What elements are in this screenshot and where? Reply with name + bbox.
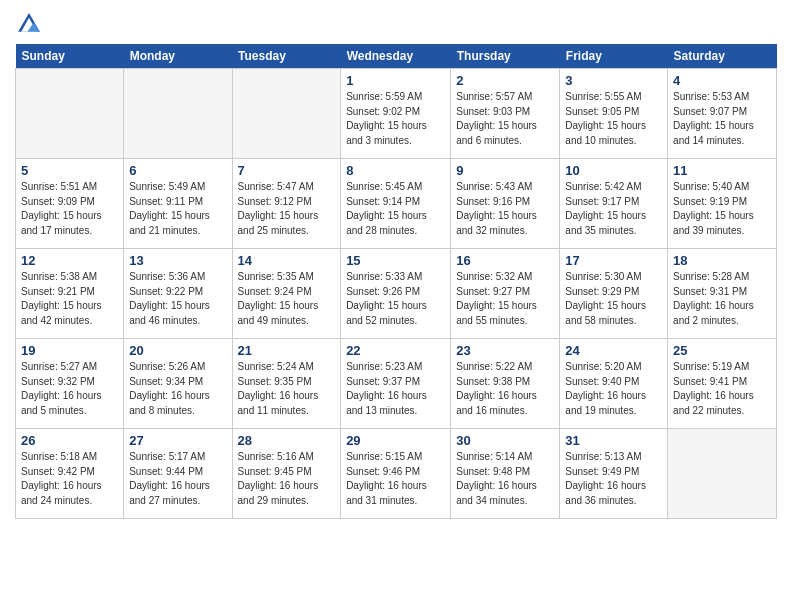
calendar-cell: 12Sunrise: 5:38 AM Sunset: 9:21 PM Dayli… xyxy=(16,249,124,339)
date-number: 20 xyxy=(129,343,226,358)
cell-info: Sunrise: 5:40 AM Sunset: 9:19 PM Dayligh… xyxy=(673,180,771,238)
weekday-header-row: SundayMondayTuesdayWednesdayThursdayFrid… xyxy=(16,44,777,69)
date-number: 23 xyxy=(456,343,554,358)
calendar-cell: 31Sunrise: 5:13 AM Sunset: 9:49 PM Dayli… xyxy=(560,429,668,519)
date-number: 19 xyxy=(21,343,118,358)
cell-info: Sunrise: 5:27 AM Sunset: 9:32 PM Dayligh… xyxy=(21,360,118,418)
date-number: 9 xyxy=(456,163,554,178)
calendar-week-3: 12Sunrise: 5:38 AM Sunset: 9:21 PM Dayli… xyxy=(16,249,777,339)
cell-info: Sunrise: 5:33 AM Sunset: 9:26 PM Dayligh… xyxy=(346,270,445,328)
date-number: 12 xyxy=(21,253,118,268)
logo-icon xyxy=(15,10,43,38)
date-number: 28 xyxy=(238,433,336,448)
calendar-cell: 22Sunrise: 5:23 AM Sunset: 9:37 PM Dayli… xyxy=(341,339,451,429)
cell-info: Sunrise: 5:15 AM Sunset: 9:46 PM Dayligh… xyxy=(346,450,445,508)
calendar-cell xyxy=(668,429,777,519)
calendar-week-2: 5Sunrise: 5:51 AM Sunset: 9:09 PM Daylig… xyxy=(16,159,777,249)
calendar-cell: 26Sunrise: 5:18 AM Sunset: 9:42 PM Dayli… xyxy=(16,429,124,519)
cell-info: Sunrise: 5:49 AM Sunset: 9:11 PM Dayligh… xyxy=(129,180,226,238)
calendar-cell: 14Sunrise: 5:35 AM Sunset: 9:24 PM Dayli… xyxy=(232,249,341,339)
date-number: 3 xyxy=(565,73,662,88)
date-number: 10 xyxy=(565,163,662,178)
calendar-cell: 24Sunrise: 5:20 AM Sunset: 9:40 PM Dayli… xyxy=(560,339,668,429)
date-number: 2 xyxy=(456,73,554,88)
cell-info: Sunrise: 5:59 AM Sunset: 9:02 PM Dayligh… xyxy=(346,90,445,148)
calendar-cell: 17Sunrise: 5:30 AM Sunset: 9:29 PM Dayli… xyxy=(560,249,668,339)
date-number: 1 xyxy=(346,73,445,88)
calendar-week-1: 1Sunrise: 5:59 AM Sunset: 9:02 PM Daylig… xyxy=(16,69,777,159)
weekday-header-tuesday: Tuesday xyxy=(232,44,341,69)
cell-info: Sunrise: 5:36 AM Sunset: 9:22 PM Dayligh… xyxy=(129,270,226,328)
date-number: 25 xyxy=(673,343,771,358)
calendar-cell: 10Sunrise: 5:42 AM Sunset: 9:17 PM Dayli… xyxy=(560,159,668,249)
calendar-cell xyxy=(124,69,232,159)
calendar-cell: 6Sunrise: 5:49 AM Sunset: 9:11 PM Daylig… xyxy=(124,159,232,249)
date-number: 7 xyxy=(238,163,336,178)
weekday-header-monday: Monday xyxy=(124,44,232,69)
cell-info: Sunrise: 5:24 AM Sunset: 9:35 PM Dayligh… xyxy=(238,360,336,418)
date-number: 27 xyxy=(129,433,226,448)
date-number: 30 xyxy=(456,433,554,448)
calendar-cell: 4Sunrise: 5:53 AM Sunset: 9:07 PM Daylig… xyxy=(668,69,777,159)
date-number: 15 xyxy=(346,253,445,268)
calendar-week-4: 19Sunrise: 5:27 AM Sunset: 9:32 PM Dayli… xyxy=(16,339,777,429)
cell-info: Sunrise: 5:55 AM Sunset: 9:05 PM Dayligh… xyxy=(565,90,662,148)
weekday-header-wednesday: Wednesday xyxy=(341,44,451,69)
date-number: 8 xyxy=(346,163,445,178)
date-number: 31 xyxy=(565,433,662,448)
cell-info: Sunrise: 5:16 AM Sunset: 9:45 PM Dayligh… xyxy=(238,450,336,508)
cell-info: Sunrise: 5:43 AM Sunset: 9:16 PM Dayligh… xyxy=(456,180,554,238)
calendar-cell: 16Sunrise: 5:32 AM Sunset: 9:27 PM Dayli… xyxy=(451,249,560,339)
cell-info: Sunrise: 5:23 AM Sunset: 9:37 PM Dayligh… xyxy=(346,360,445,418)
date-number: 26 xyxy=(21,433,118,448)
cell-info: Sunrise: 5:51 AM Sunset: 9:09 PM Dayligh… xyxy=(21,180,118,238)
calendar-cell: 2Sunrise: 5:57 AM Sunset: 9:03 PM Daylig… xyxy=(451,69,560,159)
date-number: 6 xyxy=(129,163,226,178)
calendar-cell: 23Sunrise: 5:22 AM Sunset: 9:38 PM Dayli… xyxy=(451,339,560,429)
calendar-cell: 13Sunrise: 5:36 AM Sunset: 9:22 PM Dayli… xyxy=(124,249,232,339)
cell-info: Sunrise: 5:42 AM Sunset: 9:17 PM Dayligh… xyxy=(565,180,662,238)
calendar-cell xyxy=(16,69,124,159)
calendar-cell: 25Sunrise: 5:19 AM Sunset: 9:41 PM Dayli… xyxy=(668,339,777,429)
date-number: 5 xyxy=(21,163,118,178)
calendar-cell: 29Sunrise: 5:15 AM Sunset: 9:46 PM Dayli… xyxy=(341,429,451,519)
page-header xyxy=(15,10,777,38)
cell-info: Sunrise: 5:32 AM Sunset: 9:27 PM Dayligh… xyxy=(456,270,554,328)
cell-info: Sunrise: 5:26 AM Sunset: 9:34 PM Dayligh… xyxy=(129,360,226,418)
date-number: 24 xyxy=(565,343,662,358)
date-number: 17 xyxy=(565,253,662,268)
calendar-cell: 28Sunrise: 5:16 AM Sunset: 9:45 PM Dayli… xyxy=(232,429,341,519)
date-number: 14 xyxy=(238,253,336,268)
cell-info: Sunrise: 5:14 AM Sunset: 9:48 PM Dayligh… xyxy=(456,450,554,508)
calendar-cell: 20Sunrise: 5:26 AM Sunset: 9:34 PM Dayli… xyxy=(124,339,232,429)
date-number: 18 xyxy=(673,253,771,268)
weekday-header-thursday: Thursday xyxy=(451,44,560,69)
calendar-cell: 19Sunrise: 5:27 AM Sunset: 9:32 PM Dayli… xyxy=(16,339,124,429)
calendar-cell: 1Sunrise: 5:59 AM Sunset: 9:02 PM Daylig… xyxy=(341,69,451,159)
calendar-cell: 30Sunrise: 5:14 AM Sunset: 9:48 PM Dayli… xyxy=(451,429,560,519)
calendar-cell: 15Sunrise: 5:33 AM Sunset: 9:26 PM Dayli… xyxy=(341,249,451,339)
weekday-header-friday: Friday xyxy=(560,44,668,69)
cell-info: Sunrise: 5:45 AM Sunset: 9:14 PM Dayligh… xyxy=(346,180,445,238)
cell-info: Sunrise: 5:13 AM Sunset: 9:49 PM Dayligh… xyxy=(565,450,662,508)
date-number: 29 xyxy=(346,433,445,448)
calendar-cell: 7Sunrise: 5:47 AM Sunset: 9:12 PM Daylig… xyxy=(232,159,341,249)
cell-info: Sunrise: 5:38 AM Sunset: 9:21 PM Dayligh… xyxy=(21,270,118,328)
cell-info: Sunrise: 5:47 AM Sunset: 9:12 PM Dayligh… xyxy=(238,180,336,238)
calendar-cell: 18Sunrise: 5:28 AM Sunset: 9:31 PM Dayli… xyxy=(668,249,777,339)
cell-info: Sunrise: 5:57 AM Sunset: 9:03 PM Dayligh… xyxy=(456,90,554,148)
date-number: 11 xyxy=(673,163,771,178)
date-number: 16 xyxy=(456,253,554,268)
calendar-cell: 8Sunrise: 5:45 AM Sunset: 9:14 PM Daylig… xyxy=(341,159,451,249)
weekday-header-saturday: Saturday xyxy=(668,44,777,69)
date-number: 4 xyxy=(673,73,771,88)
date-number: 22 xyxy=(346,343,445,358)
cell-info: Sunrise: 5:17 AM Sunset: 9:44 PM Dayligh… xyxy=(129,450,226,508)
calendar-cell: 21Sunrise: 5:24 AM Sunset: 9:35 PM Dayli… xyxy=(232,339,341,429)
calendar-cell: 3Sunrise: 5:55 AM Sunset: 9:05 PM Daylig… xyxy=(560,69,668,159)
cell-info: Sunrise: 5:22 AM Sunset: 9:38 PM Dayligh… xyxy=(456,360,554,418)
cell-info: Sunrise: 5:35 AM Sunset: 9:24 PM Dayligh… xyxy=(238,270,336,328)
cell-info: Sunrise: 5:20 AM Sunset: 9:40 PM Dayligh… xyxy=(565,360,662,418)
cell-info: Sunrise: 5:53 AM Sunset: 9:07 PM Dayligh… xyxy=(673,90,771,148)
calendar-cell: 9Sunrise: 5:43 AM Sunset: 9:16 PM Daylig… xyxy=(451,159,560,249)
